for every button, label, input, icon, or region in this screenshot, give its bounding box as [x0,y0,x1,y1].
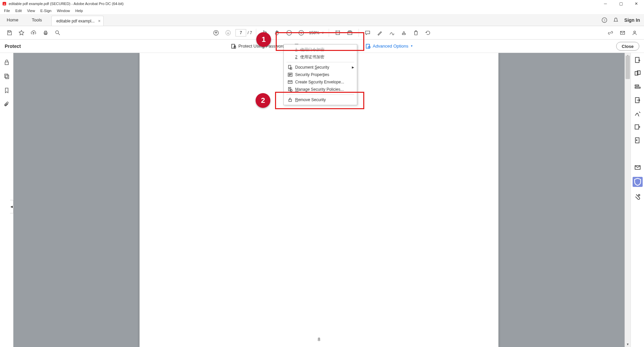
bookmark-icon[interactable] [3,87,10,94]
menu-encrypt-cert-label: 使用证书加密 [300,54,324,60]
envelope-icon [288,80,292,84]
menubar: File Edit View E-Sign Window Help [0,7,644,14]
advanced-options-menu: 1 使用口令加密 2 使用证书加密 Document Security ▶ Se… [283,44,357,105]
attachments-icon[interactable] [3,101,10,108]
thumbnails-icon[interactable] [3,73,10,80]
menu-edit[interactable]: Edit [13,8,24,13]
scroll-down-arrow[interactable]: ▼ [625,342,631,347]
menu-manage-policies[interactable]: Manage Security Policies... [284,86,357,93]
menu-esign[interactable]: E-Sign [38,8,54,13]
help-icon[interactable]: ? [601,17,607,23]
fit-width-icon[interactable] [333,28,342,38]
separator [359,29,359,37]
page-number-input[interactable] [235,29,246,37]
send-comments-icon[interactable] [634,150,641,157]
signin-button[interactable]: Sign In [624,17,640,23]
hand-tool-icon[interactable] [272,28,282,38]
print-icon[interactable] [41,28,50,38]
account-icon[interactable] [630,28,639,38]
tab-tools[interactable]: Tools [25,14,49,26]
window-controls: ─ ▢ ✕ [598,0,644,7]
svg-rect-43 [289,99,291,101]
zoom-out-icon[interactable] [284,28,294,38]
toolbar: / 7 150% ▼ [0,26,644,40]
notifications-icon[interactable] [613,17,619,23]
blank-icon [288,55,292,59]
zoom-in-icon[interactable] [297,28,306,38]
rotate-icon[interactable] [423,28,433,38]
export-pdf-icon[interactable] [634,96,641,104]
menu-encrypt-cert[interactable]: 2 使用证书加密 [284,53,357,61]
separator [329,29,329,37]
svg-rect-26 [6,75,9,79]
page-total-label: / 7 [248,30,252,35]
svg-point-36 [638,194,640,196]
page-down-icon[interactable] [223,28,233,38]
svg-rect-33 [635,125,639,129]
menu-document-security[interactable]: Document Security ▶ [284,64,357,71]
svg-point-42 [290,89,292,91]
vertical-scrollbar[interactable]: ▲ ▼ [625,53,631,347]
protect-tool-icon[interactable] [633,177,643,187]
menu-view[interactable]: View [24,8,38,13]
email-icon[interactable] [618,28,627,38]
minimize-button[interactable]: ─ [598,0,613,7]
tab-home[interactable]: Home [0,14,25,26]
advanced-icon [365,44,371,49]
submenu-arrow-icon: ▶ [352,66,354,69]
organize-icon[interactable] [634,123,641,131]
highlight-icon[interactable] [375,28,384,38]
menu-help[interactable]: Help [73,8,86,13]
sign-icon[interactable] [387,28,396,38]
menu-file[interactable]: File [1,8,13,13]
stamp-icon[interactable] [399,28,409,38]
callout-2: 2 [256,93,270,108]
menu-remove-security[interactable]: Remove Security [284,96,357,103]
callout-1: 1 [256,32,271,47]
edit-pdf-icon[interactable] [634,83,641,90]
tab-document[interactable]: editable pdf exampl... × [51,16,104,26]
unlock-icon [288,97,292,102]
delete-icon[interactable] [411,28,421,38]
page-number-display: 8 [318,337,320,342]
close-window-button[interactable]: ✕ [629,0,644,7]
svg-rect-15 [402,33,405,34]
collapse-left-rail[interactable]: ◀ [10,200,13,213]
menu-encrypt-password-label: 使用口令加密 [300,47,324,53]
menu-window[interactable]: Window [54,8,72,13]
share-icon[interactable] [634,163,641,171]
comment-icon[interactable] [363,28,372,38]
svg-rect-25 [5,74,8,78]
menu-separator [286,62,354,62]
read-mode-icon[interactable] [345,28,355,38]
menu-encrypt-password-num: 1 [295,47,298,52]
combine-icon[interactable] [634,70,641,77]
close-protect-label: Close [622,44,634,49]
advanced-options-button[interactable]: Advanced Options ▼ [365,44,413,49]
zoom-dropdown[interactable]: 150% ▼ [307,29,326,36]
maximize-button[interactable]: ▢ [613,0,629,7]
star-icon[interactable] [17,28,26,38]
right-tool-rail [631,53,644,347]
fill-sign-icon[interactable] [634,110,641,117]
properties-icon [288,72,292,77]
lock-page-icon [231,44,236,49]
svg-text:?: ? [604,18,606,22]
close-protect-button[interactable]: Close [616,42,639,51]
page-up-icon[interactable] [211,28,221,38]
compress-icon[interactable] [634,137,641,144]
svg-rect-24 [5,62,8,65]
scrollbar-thumb[interactable] [626,56,630,79]
more-tools-icon[interactable] [634,193,641,200]
menu-create-envelope[interactable]: Create Security Envelope... [284,78,357,86]
cloud-upload-icon[interactable] [29,28,38,38]
lock-icon[interactable] [3,59,10,66]
share-link-icon[interactable] [606,28,615,38]
save-icon[interactable] [5,28,14,38]
menu-security-properties[interactable]: Security Properties [284,71,357,78]
search-icon[interactable] [53,28,62,38]
svg-rect-13 [348,31,352,34]
tab-close-icon[interactable]: × [98,18,101,23]
policies-icon [288,87,292,92]
create-pdf-icon[interactable] [634,56,641,64]
